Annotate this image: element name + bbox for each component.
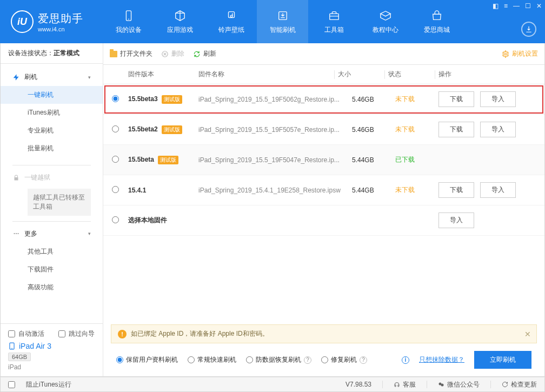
nav-toolbox[interactable]: 工具箱 <box>308 0 360 43</box>
support-link[interactable]: 客服 <box>394 380 416 389</box>
firmware-radio[interactable] <box>112 156 119 163</box>
gear-icon <box>502 50 509 58</box>
col-status: 状态 <box>388 70 431 79</box>
device-storage: 64GB <box>8 353 31 361</box>
col-size: 大小 <box>338 70 381 79</box>
mode-anti-loss[interactable]: 防数据恢复刷机 ? <box>246 355 311 364</box>
lock-icon <box>12 174 20 182</box>
import-button[interactable]: 导入 <box>480 122 516 137</box>
sidebar-item-download-fw[interactable]: 下载固件 <box>1 261 103 278</box>
auto-activate-checkbox[interactable] <box>8 330 15 337</box>
minimize-icon[interactable]: — <box>513 2 520 10</box>
block-itunes-checkbox[interactable] <box>8 381 15 388</box>
svg-point-7 <box>16 233 17 234</box>
sidebar-item-other-tools[interactable]: 其他工具 <box>1 243 103 261</box>
maximize-icon[interactable]: ☐ <box>525 2 531 10</box>
mode-repair[interactable]: 修复刷机 ? <box>321 355 367 364</box>
col-name: 固件名称 <box>198 70 331 79</box>
svg-point-14 <box>441 384 444 387</box>
table-row[interactable]: 15.5beta3 测试版 iPad_Spring_2019_15.5_19F5… <box>103 84 544 115</box>
sidebar-item-itunes[interactable]: iTunes刷机 <box>1 104 103 122</box>
beta-badge: 测试版 <box>158 156 178 164</box>
firmware-radio[interactable] <box>112 95 119 102</box>
import-button[interactable]: 导入 <box>438 212 474 228</box>
skip-guide-checkbox[interactable] <box>58 330 65 337</box>
beta-badge: 测试版 <box>162 125 182 134</box>
auto-activate-label: 自动激活 <box>18 329 44 338</box>
flash-settings-button[interactable]: 刷机设置 <box>502 49 538 58</box>
svg-point-6 <box>14 233 15 234</box>
delete-button[interactable]: 删除 <box>161 49 184 58</box>
beta-badge: 测试版 <box>162 95 182 104</box>
block-itunes-label: 阻止iTunes运行 <box>26 380 71 389</box>
tablet-icon <box>8 342 16 350</box>
close-icon[interactable]: ✕ <box>536 2 542 10</box>
close-icon[interactable]: ✕ <box>524 330 531 338</box>
top-nav: 我的设备应用游戏铃声壁纸智能刷机工具箱教程中心爱思商城 <box>103 0 462 43</box>
connection-status: 设备连接状态：正常模式 <box>1 43 103 64</box>
tip-bar: ! 如已绑定 Apple ID，请准备好 Apple ID和密码。 ✕ <box>111 324 537 343</box>
erase-only-link[interactable]: 只想抹除数据？ <box>419 355 464 364</box>
col-action: 操作 <box>438 70 536 79</box>
download-button[interactable]: 下载 <box>438 182 474 198</box>
svg-point-12 <box>504 53 507 55</box>
sidebar-item-advanced[interactable]: 高级功能 <box>1 278 103 296</box>
ringtone-icon <box>225 9 238 22</box>
flash-now-button[interactable]: 立即刷机 <box>474 351 531 369</box>
import-button[interactable]: 导入 <box>480 182 516 198</box>
svg-rect-5 <box>329 14 338 19</box>
open-folder-button[interactable]: 打开文件夹 <box>110 49 152 58</box>
mode-bar: 保留用户资料刷机 常规快速刷机 防数据恢复刷机 ? 修复刷机 ? i 只想抹除数… <box>103 343 544 376</box>
firmware-radio[interactable] <box>112 186 119 193</box>
sidebar: 设备连接状态：正常模式 刷机 ▾ 一键刷机 iTunes刷机 专业刷机 批量刷机… <box>1 43 103 376</box>
nav-apps[interactable]: 应用游戏 <box>154 0 205 43</box>
sidebar-section-flash[interactable]: 刷机 ▾ <box>1 68 103 86</box>
sidebar-item-oneclick[interactable]: 一键刷机 <box>1 86 103 104</box>
apps-icon <box>174 9 187 22</box>
table-row[interactable]: 15.5beta 测试版 iPad_Spring_2019_15.5_19F50… <box>103 145 544 175</box>
toolbox-icon <box>328 9 341 22</box>
device-name[interactable]: iPad Air 3 <box>8 342 95 350</box>
import-button[interactable]: 导入 <box>480 91 516 107</box>
menu-icon[interactable]: ≡ <box>504 2 508 10</box>
help-icon[interactable]: ? <box>304 356 311 364</box>
sidebar-section-more[interactable]: 更多 ▾ <box>1 225 103 243</box>
more-icon <box>12 230 20 237</box>
nav-tutorial[interactable]: 教程中心 <box>360 0 411 43</box>
wechat-icon <box>438 381 444 388</box>
statusbar: 阻止iTunes运行 V7.98.53 客服 微信公众号 检查更新 <box>0 377 545 392</box>
table-row-local[interactable]: 选择本地固件 导入 <box>103 205 544 236</box>
table-row[interactable]: 15.4.1 iPad_Spring_2019_15.4.1_19E258_Re… <box>103 175 544 205</box>
chevron-down-icon: ▾ <box>88 231 91 236</box>
warning-icon: ! <box>118 330 127 338</box>
download-manager-icon[interactable] <box>521 22 536 37</box>
check-update-link[interactable]: 检查更新 <box>502 380 537 389</box>
chevron-down-icon: ▾ <box>88 75 91 80</box>
mode-keep-data[interactable]: 保留用户资料刷机 <box>116 355 178 364</box>
table-row[interactable]: 15.5beta2 测试版 iPad_Spring_2019_15.5_19F5… <box>103 115 544 145</box>
wechat-link[interactable]: 微信公众号 <box>438 380 480 389</box>
nav-device[interactable]: 我的设备 <box>103 0 154 43</box>
update-icon <box>502 381 508 388</box>
nav-shop[interactable]: 爱思商城 <box>411 0 462 43</box>
sidebar-item-pro[interactable]: 专业刷机 <box>1 122 103 139</box>
sidebar-section-jailbreak: 一键越狱 <box>1 169 103 187</box>
skin-icon[interactable]: ◧ <box>493 2 499 10</box>
refresh-button[interactable]: 刷新 <box>193 49 216 58</box>
folder-icon <box>110 51 117 57</box>
mode-normal[interactable]: 常规快速刷机 <box>188 355 236 364</box>
help-icon[interactable]: ? <box>360 356 367 364</box>
download-button[interactable]: 下载 <box>438 122 474 137</box>
skip-guide-label: 跳过向导 <box>69 329 95 338</box>
download-button[interactable]: 下载 <box>438 91 474 107</box>
app-url: www.i4.cn <box>38 26 83 32</box>
logo: iU 爱思助手 www.i4.cn <box>0 10 103 33</box>
nav-flash[interactable]: 智能刷机 <box>257 0 308 43</box>
flash-icon <box>12 74 20 81</box>
version-label: V7.98.53 <box>345 381 371 388</box>
info-icon[interactable]: i <box>402 356 409 364</box>
firmware-radio[interactable] <box>112 216 119 223</box>
nav-ringtone[interactable]: 铃声壁纸 <box>205 0 257 43</box>
firmware-radio[interactable] <box>112 125 119 132</box>
sidebar-item-batch[interactable]: 批量刷机 <box>1 139 103 157</box>
